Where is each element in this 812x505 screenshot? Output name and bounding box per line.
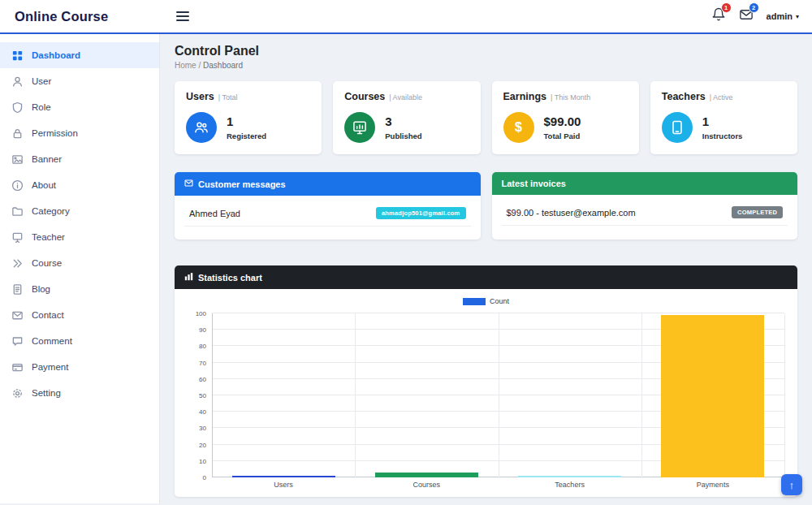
panel-title: Latest invoices [502,179,566,188]
stat-value: $99.00 [544,114,581,129]
dollar-icon: $ [503,112,534,143]
chart-y-tick: 20 [199,441,206,448]
stat-title: Earnings [503,91,547,102]
stat-card-teachers: Teachers | Active 1 Instructors [650,81,797,154]
double-chevron-icon [11,257,24,270]
stat-caption: Registered [227,132,266,140]
invoice-row[interactable]: $99.00 - testuser@example.com COMPLETED [502,200,788,226]
invoice-text: $99.00 - testuser@example.com [507,208,636,218]
stat-qualifier: | This Month [551,93,590,101]
panel-title: Statistics chart [198,273,262,283]
statistics-chart-header: Statistics chart [175,265,797,289]
sidebar-item-about[interactable]: About [0,172,159,198]
latest-invoices-header: Latest invoices [492,172,798,195]
gear-icon [11,387,24,399]
sidebar-item-comment[interactable]: Comment [0,328,159,354]
stat-caption: Published [385,132,421,140]
stat-card-users: Users | Total 1 Registered [175,81,322,154]
sidebar-item-banner[interactable]: Banner [0,146,159,172]
sidebar: Dashboard User Role Permission Banner Ab… [0,34,160,503]
lock-icon [11,127,24,140]
brand-box: Online Course [0,9,160,24]
sidebar-item-role[interactable]: Role [0,94,159,120]
shield-icon [11,101,24,114]
panel-title: Customer messages [198,179,286,189]
stat-title: Courses [344,91,385,102]
sidebar-item-label: Contact [32,310,64,320]
chart-bar-payments [661,315,764,477]
document-icon [11,283,24,296]
sidebar-item-label: Banner [32,154,62,164]
message-row[interactable]: Ahmed Eyad ahmadjop501@gmail.com [184,201,471,227]
stat-card-earnings: Earnings | This Month $ $99.00 Total Pai… [492,81,639,154]
sidebar-item-contact[interactable]: Contact [0,302,159,328]
chart-y-tick: 50 [199,392,206,399]
breadcrumb-separator: / [198,61,201,70]
message-count-badge: 2 [749,2,759,13]
board-chart-icon [344,112,375,143]
sidebar-item-setting[interactable]: Setting [0,380,159,406]
chart-y-tick: 100 [196,310,206,317]
chevron-down-icon: ▾ [796,13,799,20]
admin-dropdown[interactable]: admin ▾ [767,11,799,21]
messages-button[interactable]: 2 [739,7,754,25]
chart-legend[interactable]: Count [188,297,784,305]
brand-logo[interactable]: Online Course [15,9,108,24]
stat-qualifier: | Available [389,93,422,101]
bar-chart-icon [184,272,193,283]
chart-gridline [641,313,642,477]
sidebar-item-dashboard[interactable]: Dashboard [0,42,159,68]
stat-qualifier: | Total [218,93,238,101]
scroll-to-top-button[interactable]: ↑ [781,474,802,495]
sidebar-item-payment[interactable]: Payment [0,354,159,380]
sidebar-item-label: Permission [32,128,78,138]
chart-y-tick: 10 [199,457,206,464]
sidebar-item-label: Comment [32,336,72,346]
statistics-chart-panel: Statistics chart Count 01020304050607080… [175,265,797,497]
notifications-button[interactable]: 1 [711,7,726,25]
chart-y-tick: 90 [199,326,206,334]
stat-caption: Instructors [702,132,743,140]
breadcrumb-home[interactable]: Home [175,61,197,70]
sidebar-item-label: Dashboard [32,50,80,60]
chart-plot [212,313,784,477]
stat-value: 1 [227,114,266,129]
sidebar-item-user[interactable]: User [0,68,159,94]
chart-y-tick: 60 [199,375,206,382]
sidebar-item-course[interactable]: Course [0,250,159,276]
stat-card-courses: Courses | Available 3 Published [333,81,480,154]
sidebar-item-permission[interactable]: Permission [0,120,159,146]
stat-caption: Total Paid [544,132,581,140]
users-icon [186,112,217,143]
presentation-icon [11,231,24,244]
message-email-badge: ahmadjop501@gmail.com [376,207,466,219]
breadcrumb: Home / Dashboard [175,61,797,70]
customer-messages-panel: Customer messages Ahmed Eyad ahmadjop501… [175,172,481,240]
page-title: Control Panel [175,44,797,58]
stat-qualifier: | Active [710,93,733,101]
latest-invoices-panel: Latest invoices $99.00 - testuser@exampl… [492,172,798,240]
sidebar-toggle-button[interactable] [173,8,192,24]
envelope-icon [11,309,24,322]
stat-title: Users [186,91,214,102]
sidebar-item-blog[interactable]: Blog [0,276,159,302]
legend-swatch [463,298,486,305]
customer-messages-header: Customer messages [175,172,481,196]
sidebar-item-label: Setting [32,388,61,398]
chart-bar-users [232,476,335,477]
sidebar-item-label: User [32,76,51,86]
sidebar-item-category[interactable]: Category [0,198,159,224]
sidebar-item-teacher[interactable]: Teacher [0,224,159,250]
stat-title: Teachers [662,91,706,102]
chart-gridline [784,313,785,477]
breadcrumb-current: Dashboard [203,61,243,70]
stat-value: 1 [702,114,743,129]
chart-category-labels: UsersCoursesTeachersPayments [212,477,784,489]
sidebar-item-label: Category [32,206,70,216]
chart-body: Count 0102030405060708090100 UsersCourse… [175,289,797,497]
topbar: Online Course 1 2 admin ▾ [0,0,812,34]
admin-label: admin [767,11,793,21]
notification-count-badge: 1 [721,2,732,13]
panels-row: Customer messages Ahmed Eyad ahmadjop501… [175,172,797,240]
chart-gridline [499,313,499,477]
